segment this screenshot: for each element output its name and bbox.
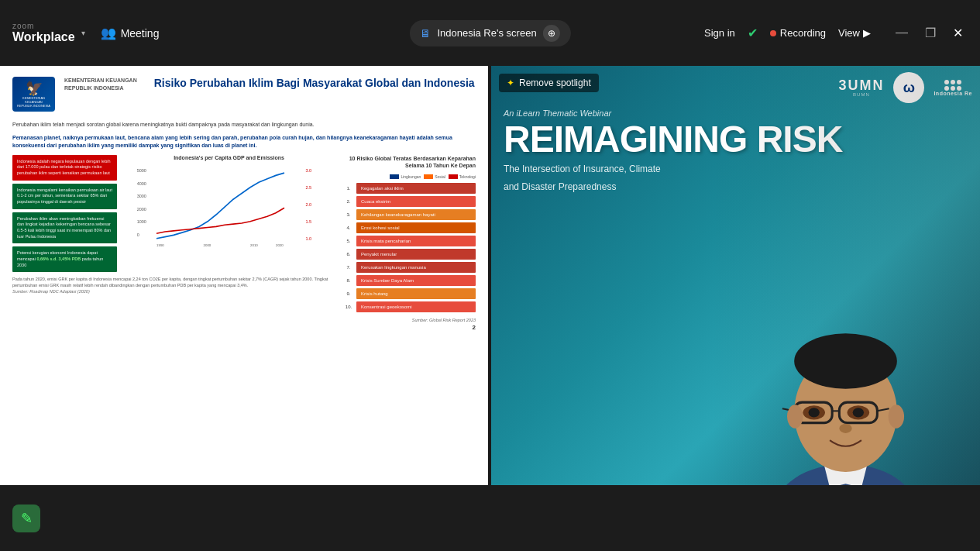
video-background: ✦ Remove spotlight 3UMN BUMN ω — [491, 66, 980, 551]
pencil-icon: ✎ — [21, 510, 33, 527]
svg-text:5000: 5000 — [137, 168, 146, 173]
svg-text:2010: 2010 — [250, 243, 258, 246]
view-icon: ▶ — [863, 27, 871, 39]
slide-header: 🦅 KEMENTERIAN KEUANGAN REPUBLIK INDONESI… — [12, 77, 476, 112]
workplace-text: Workplace — [12, 30, 75, 44]
info-box-1: Indonesia adalah negara kepulauan dengan… — [12, 155, 117, 181]
close-button[interactable]: ✕ — [948, 24, 968, 42]
title-bar: Zoom Workplace ▾ 👥 Meeting 🖥 Indonesia R… — [0, 0, 980, 66]
risks-title: 10 Risiko Global Teratas Berdasarkan Kep… — [344, 155, 476, 170]
window-controls: — ❐ ✕ — [891, 24, 968, 42]
svg-point-21 — [794, 333, 897, 388]
svg-text:3000: 3000 — [137, 194, 146, 198]
svg-text:1.0: 1.0 — [306, 236, 312, 241]
svg-text:1000: 1000 — [137, 219, 146, 224]
gdp-chart: 5000 4000 3000 2000 1000 0 3.0 2.5 2.0 — [122, 164, 336, 249]
recording-label: Recording — [780, 27, 826, 39]
risk-item-6: 6. Penyakit menular — [344, 249, 476, 260]
svg-text:1990: 1990 — [156, 243, 164, 246]
svg-text:0: 0 — [137, 232, 139, 236]
main-content: 🦅 KEMENTERIAN KEUANGAN REPUBLIK INDONESI… — [0, 66, 980, 551]
info-box-4: Potensi kerugian ekonomi Indonesia dapat… — [12, 246, 117, 272]
presentation-panel: 🦅 KEMENTERIAN KEUANGAN REPUBLIK INDONESI… — [0, 66, 488, 551]
drawing-tool-button[interactable]: ✎ — [12, 505, 40, 532]
svg-point-30 — [853, 408, 864, 417]
zoom-text: Zoom — [12, 22, 75, 30]
svg-text:2.5: 2.5 — [306, 185, 312, 190]
slide-bottom-text: Pada tahun 2020, emisi GRK per kapita di… — [12, 277, 336, 288]
spotlight-label: Remove spotlight — [519, 77, 591, 88]
info-boxes: Indonesia adalah negara kepulauan dengan… — [12, 155, 117, 273]
slide-two-column: Indonesia adalah negara kepulauan dengan… — [12, 155, 476, 332]
app-menu-chevron[interactable]: ▾ — [81, 29, 85, 37]
meeting-button[interactable]: 👥 Meeting — [101, 26, 160, 40]
source-text-right: Sumber: Global Risk Report 2023 — [344, 318, 476, 322]
video-panel: ✦ Remove spotlight 3UMN BUMN ω — [491, 66, 980, 551]
svg-point-29 — [809, 408, 820, 417]
risk-item-8: 8. Krisis Sumber Daya Alam — [344, 275, 476, 286]
svg-text:2000: 2000 — [137, 206, 146, 211]
chart-title: Indonesia's per Capita GDP and Emissions — [174, 155, 284, 160]
risk-bars-column: 10 Risiko Global Teratas Berdasarkan Kep… — [344, 155, 476, 332]
people-icon: 👥 — [101, 26, 116, 40]
view-label: View — [838, 27, 860, 39]
svg-text:2.0: 2.0 — [306, 202, 312, 207]
risk-item-9: 9. Krisis hutang — [344, 288, 476, 299]
svg-point-31 — [839, 424, 851, 433]
recording-indicator: Recording — [770, 27, 826, 39]
slide-body-text: Perubahan iklim telah menjadi sorotan gl… — [12, 121, 476, 129]
svg-point-32 — [787, 405, 803, 429]
info-box-2: Indonesia mengalami kenaikan permukaan a… — [12, 184, 117, 209]
risk-item-5: 5. Krisis mata pencaharian — [344, 236, 476, 246]
remove-spotlight-button[interactable]: ✦ Remove spotlight — [499, 74, 599, 92]
svg-point-33 — [889, 405, 904, 429]
recording-dot — [770, 30, 776, 36]
svg-text:1.5: 1.5 — [306, 219, 312, 224]
ministry-name2: REPUBLIK INDONESIA — [64, 84, 137, 92]
ministry-logo: 🦅 KEMENTERIAN KEUANGAN REPUBLIK INDONESI… — [12, 77, 55, 112]
person-silhouette — [711, 66, 980, 551]
svg-text:3.0: 3.0 — [306, 168, 312, 173]
garuda-icon: 🦅 — [26, 80, 43, 97]
zoom-logo: Zoom Workplace — [12, 22, 75, 44]
ministry-name: KEMENTERIAN KEUANGAN — [64, 77, 137, 84]
monitor-icon: 🖥 — [420, 27, 431, 40]
logo-text: KEMENTERIAN KEUANGAN REPUBLIK INDONESIA — [15, 97, 53, 108]
star-icon: ✦ — [507, 77, 514, 88]
screen-share-text: Indonesia Re's screen — [437, 27, 536, 39]
risk-item-3: 3. Kehilangan keanekaragaman hayati — [344, 209, 476, 220]
slide-highlight-text: Pemanasan planet, naiknya permukaan laut… — [12, 134, 476, 150]
view-button[interactable]: View ▶ — [838, 27, 871, 39]
risk-item-2: 2. Cuaca ekstrim — [344, 196, 476, 207]
svg-text:2020: 2020 — [276, 243, 284, 246]
svg-text:2000: 2000 — [204, 243, 211, 246]
connection-status-icon: ✔ — [748, 26, 758, 40]
source-text-left: Sumber: Roadmap NDC Adaptasi (2020) — [12, 289, 336, 294]
screen-share-indicator: 🖥 Indonesia Re's screen ⊕ — [409, 20, 570, 46]
slide-content: 🦅 KEMENTERIAN KEUANGAN REPUBLIK INDONESI… — [0, 66, 488, 551]
risk-item-4: 4. Erosi kohesi sosial — [344, 222, 476, 233]
slide-number: 2 — [344, 324, 476, 331]
sign-in-button[interactable]: Sign in — [704, 27, 735, 39]
risk-item-1: 1. Kegagalan aksi iklim — [344, 183, 476, 194]
risk-item-7: 7. Kerusakan lingkungan manusia — [344, 262, 476, 273]
info-box-3: Perubahan iklim akan meningkatkan frekue… — [12, 212, 117, 244]
svg-text:4000: 4000 — [137, 181, 146, 185]
maximize-button[interactable]: ❐ — [920, 24, 940, 42]
person-video — [711, 66, 980, 551]
risk-item-10: 10. Konsentrasi geoekosomi — [344, 301, 476, 312]
minimize-button[interactable]: — — [891, 24, 913, 42]
chart-area: Indonesia's per Capita GDP and Emissions… — [122, 155, 336, 273]
slide-title: Risiko Perubahan Iklim Bagi Masyarakat G… — [154, 77, 476, 89]
meeting-label: Meeting — [121, 27, 160, 40]
titlebar-right: Sign in ✔ Recording View ▶ — ❐ ✕ — [704, 24, 968, 42]
bottom-toolbar: ✎ — [0, 485, 980, 551]
screen-share-more-button[interactable]: ⊕ — [543, 25, 560, 42]
